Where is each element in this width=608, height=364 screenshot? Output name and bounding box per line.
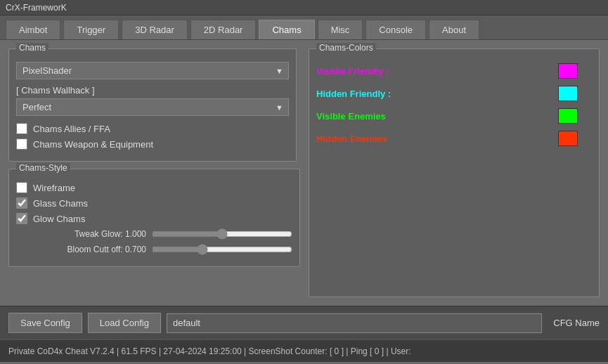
visible-friendly-row: Visible Friendly : [316, 63, 592, 79]
bloom-cutoff-label: Bloom Cutt off: 0.700 [67, 245, 146, 254]
glow-checkbox[interactable] [16, 213, 27, 224]
glass-row: Glass Chams [16, 197, 292, 209]
hidden-enemies-label: Hidden Enemies [316, 134, 387, 144]
allies-checkbox[interactable] [16, 123, 27, 134]
bloom-cutoff-row: Bloom Cutt off: 0.700 [16, 244, 292, 255]
main-content: Chams PixelShader ▼ [ Chams Wallhack ] P… [0, 40, 608, 306]
visible-friendly-label: Visible Friendly : [316, 66, 389, 77]
glow-label: Glow Chams [33, 214, 85, 224]
visible-enemies-row: Visible Enemies [316, 108, 592, 124]
status-text: Private CoD4x Cheat V7.2.4 | 61.5 FPS | … [8, 346, 411, 356]
glass-checkbox[interactable] [16, 197, 27, 209]
tweak-glow-row: Tweak Glow: 1.000 [16, 228, 292, 240]
tweak-glow-label: Tweak Glow: 1.000 [75, 229, 146, 239]
title-bar: CrX-FrameworK [0, 0, 608, 15]
tab-about[interactable]: About [429, 20, 479, 39]
tab-console[interactable]: Console [366, 20, 426, 39]
weapon-row: Chams Weapon & Equipment [16, 138, 289, 150]
wireframe-checkbox[interactable] [16, 182, 27, 193]
bloom-cutoff-slider[interactable] [152, 244, 292, 255]
tab-radar3d[interactable]: 3D Radar [122, 20, 188, 39]
chams-colors-title: Chams-Colors [316, 43, 376, 53]
tab-chams[interactable]: Chams [259, 20, 314, 39]
allies-label: Chams Allies / FFA [33, 124, 110, 134]
load-config-button[interactable]: Load Config [88, 313, 161, 333]
tab-trigger[interactable]: Trigger [63, 20, 119, 39]
status-bar: Private CoD4x Cheat V7.2.4 | 61.5 FPS | … [0, 339, 608, 362]
visible-enemies-color-box[interactable] [558, 108, 578, 124]
tweak-glow-slider[interactable] [152, 228, 292, 240]
hidden-enemies-color-box[interactable] [558, 131, 578, 146]
tab-aimbot[interactable]: Aimbot [6, 20, 60, 39]
save-config-button[interactable]: Save Config [8, 313, 82, 333]
chams-panel-title: Chams [16, 43, 48, 53]
cfg-name-label: CFG Name [553, 318, 600, 328]
weapon-checkbox[interactable] [16, 138, 27, 150]
hidden-friendly-label: Hidden Friendly : [316, 89, 391, 99]
wireframe-label: Wireframe [33, 183, 75, 193]
hidden-friendly-color-box[interactable] [558, 86, 578, 101]
tab-bar: Aimbot Trigger 3D Radar 2D Radar Chams M… [0, 15, 608, 40]
visible-friendly-color-box[interactable] [558, 63, 578, 79]
chams-colors-panel: Chams-Colors Visible Friendly : Hidden F… [309, 48, 600, 297]
chams-style-panel: Chams-Style Wireframe Glass Chams Glow C… [8, 169, 300, 267]
allies-row: Chams Allies / FFA [16, 123, 289, 134]
glow-row: Glow Chams [16, 213, 292, 224]
app-title: CrX-FrameworK [6, 3, 67, 13]
tab-misc[interactable]: Misc [318, 20, 363, 39]
hidden-enemies-row: Hidden Enemies [316, 131, 592, 146]
hidden-friendly-row: Hidden Friendly : [316, 86, 592, 101]
shader-dropdown-wrapper[interactable]: PixelShader ▼ [16, 62, 289, 79]
chams-panel: Chams PixelShader ▼ [ Chams Wallhack ] P… [8, 48, 297, 162]
wireframe-row: Wireframe [16, 182, 292, 193]
shader-dropdown[interactable]: PixelShader [16, 62, 289, 79]
wallhack-label: [ Chams Wallhack ] [16, 85, 289, 96]
bottom-bar: Save Config Load Config CFG Name [0, 306, 608, 339]
visible-enemies-label: Visible Enemies [316, 111, 386, 122]
quality-dropdown-wrapper[interactable]: Perfect ▼ [16, 98, 289, 116]
cfg-name-input[interactable] [167, 313, 542, 333]
chams-style-title: Chams-Style [16, 163, 70, 173]
tab-radar2d[interactable]: 2D Radar [190, 20, 257, 39]
glass-label: Glass Chams [33, 198, 88, 209]
weapon-label: Chams Weapon & Equipment [33, 139, 153, 150]
quality-dropdown[interactable]: Perfect [16, 98, 289, 116]
